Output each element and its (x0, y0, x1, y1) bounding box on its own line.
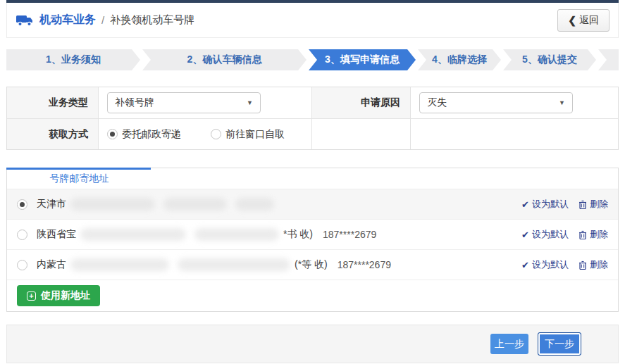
caret-down-icon: ▼ (247, 99, 253, 106)
trash-icon (578, 230, 587, 239)
business-type-cell: 补领号牌 ▼ (99, 87, 312, 118)
set-default-link[interactable]: ✔ 设为默认 (521, 198, 569, 211)
address-3-radio[interactable] (17, 260, 27, 270)
redacted-text (80, 228, 186, 241)
delete-label: 删除 (590, 198, 608, 211)
address-3-prefix: 内蒙古 (37, 258, 66, 271)
back-button[interactable]: ❮ 返回 (557, 9, 609, 32)
set-default-label: 设为默认 (532, 258, 569, 271)
chevron-left-icon: ❮ (568, 15, 576, 26)
redacted-text (194, 228, 279, 241)
step-1-notice[interactable]: 1、业务须知 (6, 49, 140, 70)
address-3-text: 内蒙古 (*等 收) 187****2679 (37, 258, 521, 271)
trash-icon (578, 261, 587, 270)
business-type-value: 补领号牌 (115, 96, 154, 109)
redacted-text (235, 198, 274, 211)
address-1-actions: ✔ 设为默认 删除 (521, 198, 608, 211)
previous-step-button[interactable]: 上一步 (490, 334, 528, 354)
truck-icon (16, 13, 34, 27)
delivery-method-radio-group: 委托邮政寄递 前往窗口自取 (107, 128, 285, 141)
page-header: 机动车业务 / 补换领机动车号牌 ❮ 返回 (6, 3, 619, 38)
address-2-text: 陕西省宝 *书 收) 187****2679 (37, 228, 521, 241)
radio-selected-icon (107, 129, 118, 139)
redacted-text (178, 258, 290, 271)
page-subtitle: 补换领机动车号牌 (110, 13, 194, 27)
address-3-actions: ✔ 设为默认 删除 (521, 258, 608, 271)
page-title: 机动车业务 (39, 13, 96, 27)
use-new-address-button[interactable]: + 使用新地址 (17, 285, 100, 306)
radio-window-pickup[interactable]: 前往窗口自取 (211, 128, 285, 141)
address-3-phone: 187****2679 (338, 259, 391, 270)
page: 机动车业务 / 补换领机动车号牌 ❮ 返回 1、业务须知 2、确认车辆信息 3、… (0, 0, 625, 363)
radio-postal-delivery-label: 委托邮政寄递 (122, 128, 181, 141)
address-3-suffix: (*等 收) (295, 258, 328, 271)
step-bar-filler (598, 49, 619, 70)
footer-action-bar: 上一步 下一步 (6, 325, 619, 363)
check-icon: ✔ (521, 199, 529, 210)
step-5-confirm-submit[interactable]: 5、确认提交 (503, 49, 596, 70)
mailing-address-card: 号牌邮寄地址 天津市 ✔ 设为默认 (6, 168, 619, 312)
breadcrumb: 机动车业务 / 补换领机动车号牌 (16, 13, 194, 27)
check-icon: ✔ (521, 230, 529, 240)
caret-down-icon: ▼ (559, 99, 565, 106)
radio-postal-delivery[interactable]: 委托邮政寄递 (107, 128, 181, 141)
delete-label: 删除 (590, 258, 608, 271)
use-new-address-label: 使用新地址 (41, 289, 90, 302)
delivery-method-cell: 委托邮政寄递 前往窗口自取 (99, 118, 312, 149)
new-address-row: + 使用新地址 (7, 280, 618, 311)
delete-link[interactable]: 删除 (578, 228, 608, 241)
back-button-label: 返回 (579, 14, 599, 27)
set-default-label: 设为默认 (532, 198, 569, 211)
business-type-label: 业务类型 (7, 87, 99, 118)
address-row-1[interactable]: 天津市 ✔ 设为默认 删除 (7, 189, 618, 220)
tab-plate-mailing-address[interactable]: 号牌邮寄地址 (7, 168, 151, 189)
address-2-actions: ✔ 设为默认 删除 (521, 228, 608, 241)
apply-reason-cell: 灭失 ▼ (411, 87, 618, 118)
redacted-text (163, 198, 227, 211)
address-1-radio-selected[interactable] (17, 199, 27, 210)
set-default-link[interactable]: ✔ 设为默认 (521, 258, 569, 271)
address-row-3[interactable]: 内蒙古 (*等 收) 187****2679 ✔ 设为默认 (7, 250, 618, 280)
plus-icon: + (27, 291, 36, 301)
step-2-confirm-vehicle[interactable]: 2、确认车辆信息 (142, 49, 307, 70)
address-tab-row: 号牌邮寄地址 (7, 168, 618, 189)
delivery-method-label: 获取方式 (7, 118, 99, 149)
radio-unselected-icon (211, 129, 221, 139)
step-wizard: 1、业务须知 2、确认车辆信息 3、填写申请信息 4、临牌选择 5、确认提交 (6, 49, 619, 70)
application-form: 业务类型 补领号牌 ▼ 申请原因 灭失 ▼ 获取方式 委托邮政寄递 (6, 87, 619, 150)
address-2-prefix: 陕西省宝 (37, 228, 76, 241)
address-1-text: 天津市 (37, 198, 521, 211)
address-row-2[interactable]: 陕西省宝 *书 收) 187****2679 ✔ 设为默认 (7, 220, 618, 250)
empty-cell (312, 118, 411, 149)
empty-cell (411, 118, 618, 149)
apply-reason-select[interactable]: 灭失 ▼ (419, 92, 573, 113)
check-icon: ✔ (521, 260, 529, 270)
address-2-phone: 187****2679 (323, 229, 376, 240)
step-3-fill-application[interactable]: 3、填写申请信息 (309, 49, 416, 70)
apply-reason-label: 申请原因 (312, 87, 411, 118)
redacted-text (70, 258, 169, 271)
redacted-text (70, 198, 155, 211)
breadcrumb-separator: / (101, 14, 104, 26)
delete-link[interactable]: 删除 (578, 258, 608, 271)
delete-label: 删除 (590, 228, 608, 241)
address-2-suffix: *书 收) (283, 228, 313, 241)
apply-reason-value: 灭失 (427, 96, 447, 109)
next-step-button[interactable]: 下一步 (538, 332, 581, 356)
delete-link[interactable]: 删除 (578, 198, 608, 211)
business-type-select[interactable]: 补领号牌 ▼ (107, 92, 261, 113)
set-default-label: 设为默认 (532, 228, 569, 241)
address-1-prefix: 天津市 (37, 198, 66, 211)
trash-icon (578, 200, 587, 209)
radio-window-pickup-label: 前往窗口自取 (225, 128, 285, 141)
set-default-link[interactable]: ✔ 设为默认 (521, 228, 569, 241)
step-4-temp-plate[interactable]: 4、临牌选择 (418, 49, 501, 70)
address-2-radio[interactable] (17, 230, 27, 240)
